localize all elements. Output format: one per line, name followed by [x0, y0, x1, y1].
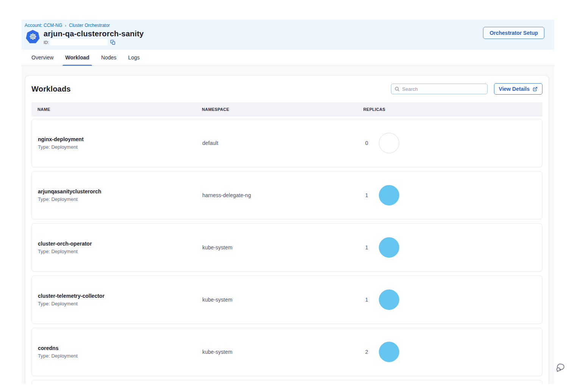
replica-count: 2 [365, 349, 370, 355]
tab-nodes[interactable]: Nodes [101, 50, 116, 65]
table-row[interactable]: arjunqasanityclusterorch Type: Deploymen… [31, 171, 542, 219]
workloads-title: Workloads [31, 85, 71, 93]
tab-label: Overview [31, 54, 53, 61]
search-box [391, 84, 488, 94]
page-title: arjun-qa-clusterorch-sanity [44, 29, 144, 38]
workload-type: Type: Deployment [38, 249, 202, 254]
tab-content: Workloads View Details [22, 66, 554, 384]
cluster-id-label: ID: [44, 40, 49, 45]
table-row[interactable]: cluster-orch-operator Type: Deployment k… [31, 223, 542, 272]
replica-count: 0 [365, 140, 370, 146]
search-icon [394, 86, 400, 92]
tab-logs[interactable]: Logs [128, 50, 139, 65]
breadcrumb-chevron-icon: › [65, 23, 66, 28]
table-header: NAMENAMESPACEREPLICAS [31, 102, 542, 117]
orchestrator-setup-button[interactable]: Orchestrator Setup [483, 27, 544, 39]
table-row-partial[interactable] [31, 380, 542, 384]
workload-namespace: default [202, 140, 364, 146]
workloads-panel: Workloads View Details [25, 76, 549, 384]
page-header: Account: CCM-NG › Cluster Orchestrator ☸… [22, 20, 554, 50]
external-link-icon [533, 87, 538, 92]
replica-status-circle [379, 289, 399, 310]
workload-type: Type: Deployment [38, 144, 202, 150]
tab-workload[interactable]: Workload [65, 50, 89, 65]
workload-type: Type: Deployment [38, 196, 202, 202]
workload-type: Type: Deployment [38, 301, 202, 306]
workload-name: cluster-orch-operator [38, 241, 202, 247]
replica-status-circle [379, 342, 399, 362]
table-row[interactable]: nginx-deployment Type: Deployment defaul… [31, 119, 542, 167]
column-header-namespace: NAMESPACE [202, 107, 363, 112]
kubernetes-icon: ☸ [26, 30, 40, 44]
cluster-title-row: ☸ arjun-qa-clusterorch-sanity ID: [26, 29, 544, 45]
table-row[interactable]: coredns Type: Deployment kube-system 2 [31, 328, 542, 376]
search-input[interactable] [402, 86, 484, 92]
tab-overview[interactable]: Overview [31, 50, 53, 65]
cluster-id-redacted [50, 39, 108, 45]
view-details-button[interactable]: View Details [494, 83, 542, 95]
tab-label: Workload [65, 54, 89, 61]
breadcrumb-section-link[interactable]: Cluster Orchestrator [69, 23, 110, 28]
workload-namespace: kube-system [202, 244, 364, 250]
workload-name: cluster-telemetry-collector [38, 293, 202, 299]
workload-namespace: kube-system [202, 297, 364, 303]
tab-bar: Overview Workload Nodes Logs [22, 50, 554, 66]
replica-status-circle [379, 237, 399, 258]
copy-icon[interactable] [110, 40, 116, 45]
replica-count: 1 [365, 244, 370, 250]
workload-rows: nginx-deployment Type: Deployment defaul… [31, 119, 542, 384]
column-header-name: NAME [38, 107, 202, 112]
app-window: Account: CCM-NG › Cluster Orchestrator ☸… [22, 20, 554, 384]
replica-status-circle [379, 133, 399, 153]
view-details-label: View Details [499, 86, 530, 92]
workload-name: nginx-deployment [38, 136, 202, 142]
breadcrumb: Account: CCM-NG › Cluster Orchestrator [25, 23, 544, 28]
replica-count: 1 [365, 297, 370, 303]
tab-label: Nodes [101, 54, 116, 61]
workload-name: coredns [38, 345, 202, 351]
chat-icon[interactable] [555, 362, 566, 373]
tab-label: Logs [128, 54, 139, 61]
column-header-replicas: REPLICAS [363, 107, 536, 112]
workload-namespace: harness-delegate-ng [202, 192, 364, 198]
replica-status-circle [379, 185, 399, 205]
breadcrumb-account-link[interactable]: Account: CCM-NG [25, 23, 62, 28]
workload-type: Type: Deployment [38, 353, 202, 359]
workload-name: arjunqasanityclusterorch [38, 188, 202, 194]
table-row[interactable]: cluster-telemetry-collector Type: Deploy… [31, 275, 542, 324]
replica-count: 1 [365, 192, 370, 198]
workload-namespace: kube-system [202, 349, 364, 355]
